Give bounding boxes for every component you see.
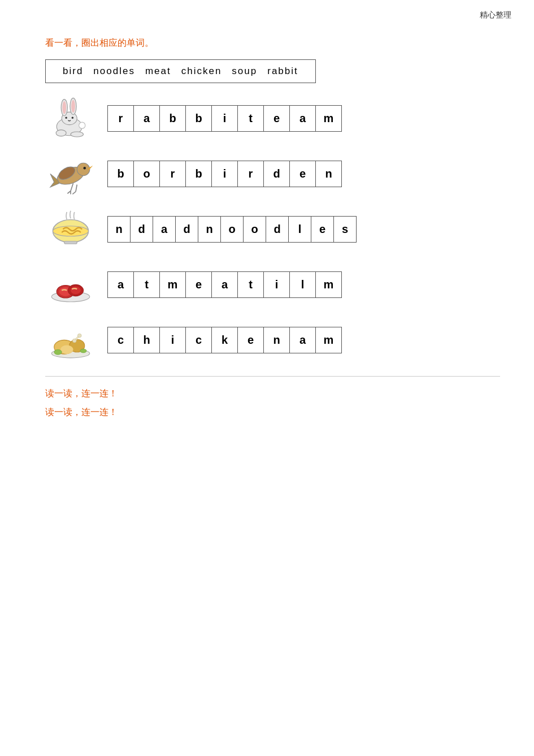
bird-image	[45, 151, 96, 196]
letter-cell: n	[108, 217, 131, 243]
letter-cell: o	[244, 217, 266, 243]
letter-cell: m	[316, 106, 342, 132]
row-meat: atmeatilm	[45, 262, 500, 307]
svg-point-32	[60, 345, 73, 354]
letter-cell: i	[212, 106, 238, 132]
svg-point-34	[80, 349, 86, 353]
svg-point-22	[53, 226, 89, 236]
section-divider	[45, 376, 500, 377]
letter-cell: t	[238, 272, 264, 298]
letter-cell: a	[134, 106, 160, 132]
chicken-image	[45, 317, 96, 362]
letter-cell: d	[131, 217, 153, 243]
letter-cell: i	[264, 272, 290, 298]
letter-cell: o	[221, 217, 244, 243]
letter-cell: r	[160, 161, 186, 187]
rabbit-icon	[45, 96, 96, 141]
svg-point-28	[71, 286, 81, 294]
letter-cell: b	[186, 161, 212, 187]
svg-point-6	[65, 116, 67, 118]
rabbit-image	[45, 96, 96, 141]
svg-line-20	[72, 192, 76, 195]
letter-grid-chicken: chickenam	[107, 327, 342, 353]
svg-line-19	[76, 184, 77, 191]
soup-icon	[45, 207, 96, 252]
bottom-text-1: 读一读，连一连！	[45, 388, 500, 400]
chicken-icon	[45, 318, 96, 362]
letter-cell: d	[264, 161, 290, 187]
letter-cell: a	[290, 327, 316, 353]
svg-point-8	[56, 129, 66, 136]
letter-cell: i	[212, 161, 238, 187]
letter-cell: k	[212, 327, 238, 353]
letter-cell: n	[264, 327, 290, 353]
word-soup: soup	[232, 66, 257, 76]
letter-cell: e	[290, 161, 316, 187]
letter-cell: e	[311, 217, 334, 243]
svg-point-33	[54, 349, 62, 355]
letter-cell: o	[134, 161, 160, 187]
meat-icon	[45, 262, 96, 307]
letter-cell: m	[316, 327, 342, 353]
letter-cell: n	[198, 217, 221, 243]
letter-cell: c	[108, 327, 134, 353]
svg-point-5	[71, 100, 75, 113]
word-box: birdnoodlesmeatchickensouprabbit	[45, 59, 316, 83]
svg-point-9	[71, 132, 84, 137]
letter-cell: m	[160, 272, 186, 298]
letter-cell: t	[134, 272, 160, 298]
letter-cell: n	[316, 161, 342, 187]
letter-cell: b	[160, 106, 186, 132]
svg-point-12	[77, 163, 90, 176]
word-bird: bird	[63, 66, 83, 76]
header-label: 精心整理	[480, 10, 511, 19]
letter-cell: l	[290, 272, 316, 298]
letter-cell: c	[186, 327, 212, 353]
letter-cell: s	[334, 217, 357, 243]
letter-cell: r	[238, 161, 264, 187]
row-bird: borbirden	[45, 151, 500, 196]
row-chicken: chickenam	[45, 317, 500, 362]
svg-line-16	[71, 183, 73, 191]
meat-image	[45, 262, 96, 307]
letter-grid-rabbit: rabbiteam	[107, 105, 342, 132]
soup-image	[45, 206, 96, 252]
letter-cell: b	[186, 106, 212, 132]
letter-cell: l	[289, 217, 311, 243]
letter-cell: e	[238, 327, 264, 353]
letter-cell: a	[212, 272, 238, 298]
letter-cell: a	[290, 106, 316, 132]
svg-point-3	[62, 101, 66, 114]
word-rabbit: rabbit	[267, 66, 298, 76]
svg-point-37	[77, 334, 81, 338]
letter-grid-meat: atmeatilm	[107, 271, 342, 298]
exercise-rows: rabbiteam	[45, 96, 500, 362]
letter-cell: b	[108, 161, 134, 187]
instruction-text: 看一看，圈出相应的单词。	[45, 37, 500, 49]
main-content: 看一看，圈出相应的单词。 birdnoodlesmeatchickensoupr…	[0, 26, 534, 448]
svg-point-36	[72, 339, 76, 343]
letter-cell: d	[266, 217, 289, 243]
svg-point-14	[84, 167, 86, 170]
letter-cell: e	[186, 272, 212, 298]
row-noodles: ndadnoodles	[45, 206, 500, 252]
word-meat: meat	[145, 66, 171, 76]
letter-cell: h	[134, 327, 160, 353]
bird-icon	[45, 152, 96, 196]
letter-cell: a	[153, 217, 176, 243]
letter-cell: i	[160, 327, 186, 353]
letter-cell: e	[264, 106, 290, 132]
row-rabbit: rabbiteam	[45, 96, 500, 141]
svg-point-10	[79, 122, 85, 128]
word-chicken: chicken	[181, 66, 222, 76]
svg-rect-23	[64, 241, 77, 244]
word-noodles: noodles	[93, 66, 135, 76]
letter-grid-bird: borbirden	[107, 161, 342, 187]
letter-grid-noodles: ndadnoodles	[107, 216, 357, 243]
letter-cell: m	[316, 272, 342, 298]
letter-cell: r	[108, 106, 134, 132]
letter-cell: d	[176, 217, 198, 243]
page-header: 精心整理	[0, 0, 534, 26]
svg-point-7	[72, 116, 73, 118]
bottom-text-2: 读一读，连一连！	[45, 407, 500, 418]
